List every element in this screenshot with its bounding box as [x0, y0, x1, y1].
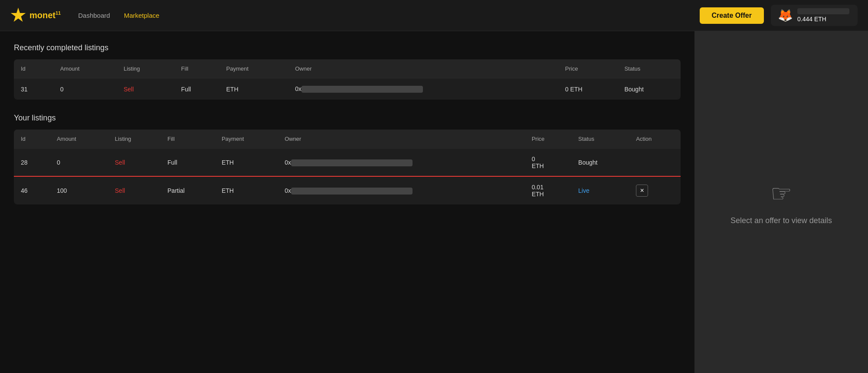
cell-id-46: 46 — [14, 177, 50, 205]
wallet-details: 0.444 ETH — [797, 8, 849, 23]
your-listings-title: Your listings — [14, 114, 681, 123]
cell-fill-28: Full — [160, 149, 215, 177]
cell-owner: 0x — [288, 78, 558, 100]
col-payment2: Payment — [215, 130, 278, 149]
logo-text: monet11 — [29, 10, 61, 20]
logo: monet11 — [10, 8, 61, 23]
col-price: Price — [558, 59, 618, 78]
col-status: Status — [617, 59, 681, 78]
cell-owner-28: 0x — [278, 149, 525, 177]
cell-amount-46: 100 — [50, 177, 108, 205]
col-amount: Amount — [53, 59, 117, 78]
cell-id: 31 — [14, 78, 53, 100]
recently-completed-title: Recently completed listings — [14, 43, 681, 52]
cell-fill: Full — [174, 78, 219, 100]
cell-fill-46: Partial — [160, 177, 215, 205]
navbar: monet11 Dashboard Marketplace Create Off… — [0, 0, 868, 31]
col-id: Id — [14, 59, 53, 78]
main-content: Recently completed listings Id Amount Li… — [0, 31, 868, 373]
owner-blur — [301, 86, 423, 93]
cell-id-28: 28 — [14, 149, 50, 177]
your-listings-table-wrapper: Id Amount Listing Fill Payment Owner Pri… — [14, 130, 681, 204]
col-amount2: Amount — [50, 130, 108, 149]
hand-pointer-icon: ☞ — [770, 179, 792, 208]
cell-status-28: Bought — [571, 149, 629, 177]
nav-right: Create Offer 🦊 0.444 ETH — [700, 5, 858, 26]
col-owner2: Owner — [278, 130, 525, 149]
cell-action-28 — [629, 149, 681, 177]
cell-price-46: 0.01 ETH — [525, 177, 571, 205]
col-fill2: Fill — [160, 130, 215, 149]
cell-listing-28: Sell — [108, 149, 160, 177]
nav-links: Dashboard Marketplace — [78, 12, 699, 19]
col-status2: Status — [571, 130, 629, 149]
cell-status: Bought — [617, 78, 681, 100]
cell-status-46: Live — [571, 177, 629, 205]
right-panel: ☞ Select an offer to view details — [694, 31, 868, 373]
col-listing2: Listing — [108, 130, 160, 149]
col-action2: Action — [629, 130, 681, 149]
nav-dashboard[interactable]: Dashboard — [78, 12, 110, 19]
cell-action-46: × — [629, 177, 681, 205]
cell-payment-28: ETH — [215, 149, 278, 177]
cell-listing: Sell — [117, 78, 174, 100]
wallet-eth-balance: 0.444 ETH — [797, 16, 849, 23]
listing-row-46[interactable]: 46 100 Sell Partial ETH 0x 0.01 ETH Live — [14, 177, 681, 205]
select-offer-text: Select an offer to view details — [730, 216, 832, 225]
your-listings-header-row: Id Amount Listing Fill Payment Owner Pri… — [14, 130, 681, 149]
your-listings-table: Id Amount Listing Fill Payment Owner Pri… — [14, 130, 681, 204]
cell-price-28: 0 ETH — [525, 149, 571, 177]
wallet-address — [797, 8, 849, 14]
cancel-listing-button[interactable]: × — [636, 185, 648, 197]
col-owner: Owner — [288, 59, 558, 78]
recently-completed-table-wrapper: Id Amount Listing Fill Payment Owner Pri… — [14, 59, 681, 100]
col-listing: Listing — [117, 59, 174, 78]
cell-price: 0 ETH — [558, 78, 618, 100]
cell-payment: ETH — [219, 78, 288, 100]
owner-blur-28 — [291, 159, 413, 166]
cell-payment-46: ETH — [215, 177, 278, 205]
col-fill: Fill — [174, 59, 219, 78]
create-offer-button[interactable]: Create Offer — [700, 7, 764, 24]
col-price2: Price — [525, 130, 571, 149]
recently-completed-table: Id Amount Listing Fill Payment Owner Pri… — [14, 59, 681, 100]
wallet-info: 🦊 0.444 ETH — [771, 5, 858, 26]
cell-amount: 0 — [53, 78, 117, 100]
nav-marketplace[interactable]: Marketplace — [124, 12, 160, 19]
cell-amount-28: 0 — [50, 149, 108, 177]
logo-icon — [10, 8, 26, 23]
listing-row-28[interactable]: 28 0 Sell Full ETH 0x 0 ETH Bought — [14, 149, 681, 177]
table-row[interactable]: 31 0 Sell Full ETH 0x 0 ETH Bought — [14, 78, 681, 100]
owner-blur-46 — [291, 188, 413, 195]
cell-owner-46: 0x — [278, 177, 525, 205]
col-payment: Payment — [219, 59, 288, 78]
cell-listing-46: Sell — [108, 177, 160, 205]
metamask-icon: 🦊 — [778, 8, 793, 23]
left-panel: Recently completed listings Id Amount Li… — [0, 31, 694, 373]
col-id2: Id — [14, 130, 50, 149]
recently-completed-header-row: Id Amount Listing Fill Payment Owner Pri… — [14, 59, 681, 78]
